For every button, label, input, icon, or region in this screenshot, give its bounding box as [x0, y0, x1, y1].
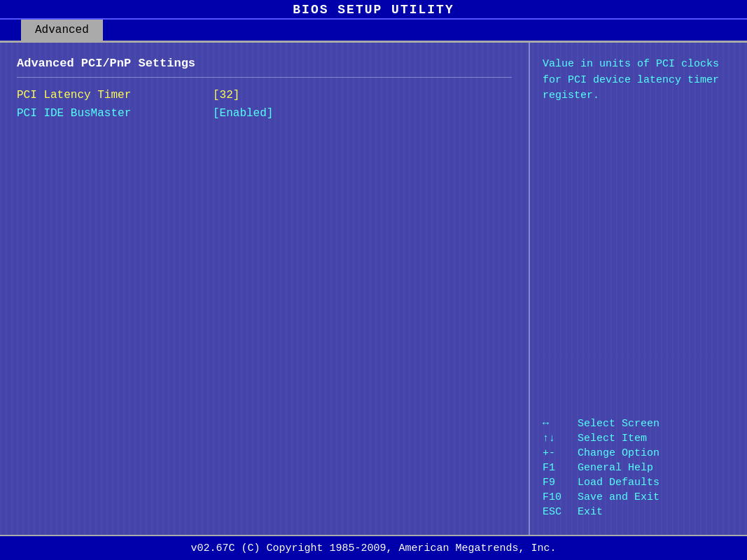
key-symbol-plusminus: +- — [543, 447, 578, 459]
setting-value-pci-latency: [32] — [213, 89, 239, 102]
key-row-select-screen: ↔ Select Screen — [543, 418, 734, 430]
key-row-general-help: F1 General Help — [543, 462, 734, 474]
key-symbol-arrows-ud: ↑↓ — [543, 433, 578, 444]
tab-row: Advanced — [0, 20, 747, 43]
key-symbol-f10: F10 — [543, 491, 578, 503]
setting-row-pci-latency[interactable]: PCI Latency Timer [32] — [17, 89, 512, 102]
key-desc-select-item: Select Item — [578, 433, 647, 444]
key-row-load-defaults: F9 Load Defaults — [543, 477, 734, 489]
key-row-change-option: +- Change Option — [543, 447, 734, 459]
setting-row-pci-ide[interactable]: PCI IDE BusMaster [Enabled] — [17, 107, 512, 120]
key-symbol-arrows-lr: ↔ — [543, 418, 578, 430]
key-desc-load-defaults: Load Defaults — [578, 477, 659, 489]
left-panel: Advanced PCI/PnP Settings PCI Latency Ti… — [0, 43, 530, 535]
key-row-select-item: ↑↓ Select Item — [543, 433, 734, 444]
setting-name-pci-ide: PCI IDE BusMaster — [17, 107, 213, 120]
help-text: Value in units of PCI clocks for PCI dev… — [543, 57, 734, 104]
left-panel-divider — [17, 77, 512, 78]
key-desc-change-option: Change Option — [578, 447, 659, 459]
left-panel-title: Advanced PCI/PnP Settings — [17, 57, 512, 70]
key-row-save-exit: F10 Save and Exit — [543, 491, 734, 503]
bios-title: BIOS SETUP UTILITY — [293, 3, 454, 17]
setting-value-pci-ide: [Enabled] — [213, 107, 273, 120]
key-desc-select-screen: Select Screen — [578, 418, 659, 430]
bios-screen: BIOS SETUP UTILITY Advanced Advanced PCI… — [0, 0, 747, 560]
key-legend: ↔ Select Screen ↑↓ Select Item +- Change… — [543, 418, 734, 521]
key-desc-exit: Exit — [578, 506, 603, 518]
main-content: Advanced PCI/PnP Settings PCI Latency Ti… — [0, 43, 747, 535]
footer: v02.67C (C) Copyright 1985-2009, America… — [0, 535, 747, 560]
key-symbol-f9: F9 — [543, 477, 578, 489]
title-bar: BIOS SETUP UTILITY — [0, 0, 747, 20]
key-desc-general-help: General Help — [578, 462, 653, 474]
key-symbol-esc: ESC — [543, 506, 578, 518]
key-desc-save-exit: Save and Exit — [578, 491, 659, 503]
footer-text: v02.67C (C) Copyright 1985-2009, America… — [190, 542, 556, 554]
right-panel: Value in units of PCI clocks for PCI dev… — [530, 43, 747, 535]
key-symbol-f1: F1 — [543, 462, 578, 474]
key-row-exit: ESC Exit — [543, 506, 734, 518]
setting-name-pci-latency: PCI Latency Timer — [17, 89, 213, 102]
tab-advanced[interactable]: Advanced — [21, 20, 103, 41]
